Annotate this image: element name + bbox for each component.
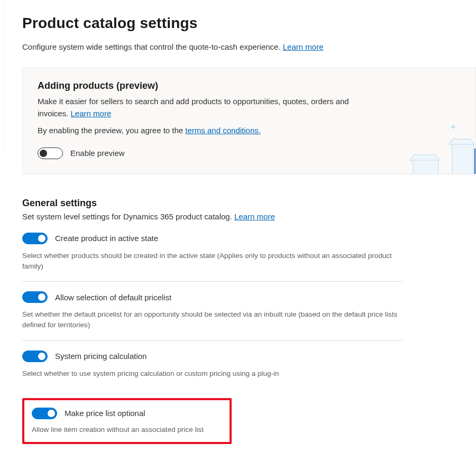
preview-heading: Adding products (preview): [38, 80, 461, 91]
system-pricing-desc: Select whether to use system pricing cal…: [22, 368, 403, 379]
general-sub-text: Set system level settings for Dynamics 3…: [22, 212, 232, 221]
setting-default-pricelist: Allow selection of default pricelist Set…: [22, 281, 403, 340]
setting-system-pricing: System pricing calculation Select whethe…: [22, 340, 403, 389]
page-title: Product catalog settings: [22, 15, 476, 32]
create-active-label: Create product in active state: [55, 234, 158, 243]
pricelist-optional-toggle[interactable]: [32, 408, 57, 419]
general-heading: General settings: [22, 198, 403, 209]
preview-terms: By enabling the preview, you agree to th…: [38, 125, 365, 137]
intro-learn-more-link[interactable]: Learn more: [283, 42, 324, 51]
general-sub: Set system level settings for Dynamics 3…: [22, 212, 403, 221]
preview-body: Make it easier for sellers to search and…: [38, 96, 365, 119]
toggle-knob: [38, 235, 45, 242]
page-intro: Configure system wide settings that cont…: [22, 42, 476, 51]
pricelist-optional-label: Make price list optional: [65, 409, 145, 418]
default-pricelist-desc: Set whether the default pricelist for an…: [22, 309, 403, 331]
preview-terms-prefix: By enabling the preview, you agree to th…: [38, 126, 185, 135]
enable-preview-label: Enable preview: [70, 149, 125, 158]
enable-preview-toggle[interactable]: [38, 147, 63, 159]
preview-panel: Adding products (preview) Make it easier…: [22, 67, 476, 174]
system-pricing-label: System pricing calculation: [55, 352, 147, 361]
sparkle-icon: [459, 171, 465, 174]
default-pricelist-toggle[interactable]: [22, 291, 48, 303]
preview-learn-more-link[interactable]: Learn more: [71, 109, 112, 118]
enable-preview-row: Enable preview: [38, 147, 461, 159]
toggle-knob: [40, 150, 47, 157]
system-pricing-toggle[interactable]: [22, 350, 48, 362]
create-active-desc: Select whether products should be create…: [22, 251, 403, 272]
toggle-knob: [38, 353, 45, 360]
pricelist-optional-desc: Allow line item creation without an asso…: [32, 426, 222, 433]
intro-text: Configure system wide settings that cont…: [22, 42, 281, 51]
left-rule: [3, 0, 4, 148]
toggle-knob: [38, 293, 45, 301]
setting-create-active: Create product in active state Select wh…: [22, 233, 403, 282]
sparkle-icon: [450, 124, 456, 130]
terms-and-conditions-link[interactable]: terms and conditions.: [185, 126, 261, 135]
setting-make-pricelist-optional: Make price list optional Allow line item…: [22, 398, 232, 444]
general-section: General settings Set system level settin…: [22, 198, 403, 444]
general-learn-more-link[interactable]: Learn more: [234, 212, 275, 221]
create-active-toggle[interactable]: [22, 233, 48, 244]
default-pricelist-label: Allow selection of default pricelist: [55, 293, 171, 302]
toggle-knob: [48, 410, 55, 417]
svg-rect-1: [413, 160, 438, 174]
